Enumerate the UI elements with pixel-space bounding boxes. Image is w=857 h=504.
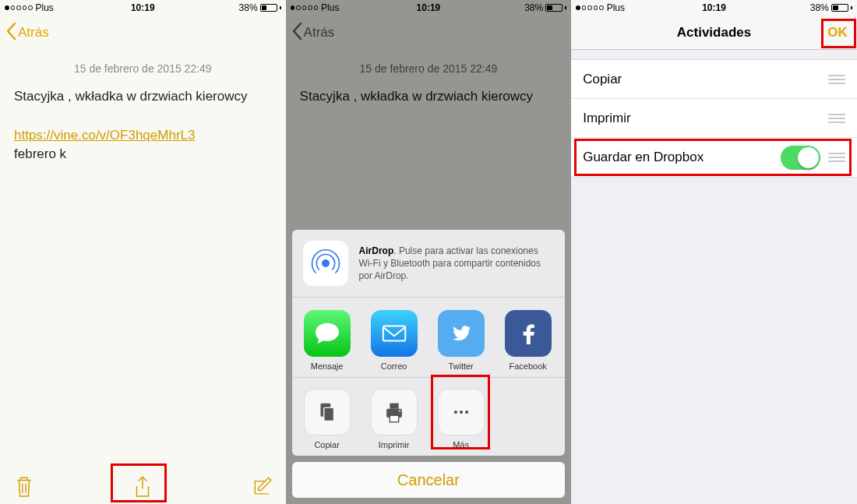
battery-pct: 38% — [239, 2, 258, 13]
toolbar — [0, 470, 286, 504]
note-date: 15 de febrero de 2015 22:49 — [14, 61, 272, 76]
app-mail[interactable]: Correo — [365, 310, 423, 371]
app-label: Facebook — [509, 361, 546, 371]
screen-share-sheet: Plus 10:19 38% Atrás 15 de febrero de 20… — [286, 0, 572, 504]
battery-icon — [260, 4, 277, 12]
page-title: Actividades — [571, 25, 857, 41]
signal-strength-icon — [576, 5, 604, 10]
reorder-handle-icon[interactable] — [828, 75, 845, 84]
carrier-label: Plus — [607, 2, 625, 13]
note-body[interactable]: 15 de febrero de 2015 22:49 Stacyjka , w… — [0, 50, 286, 470]
svg-point-7 — [399, 411, 400, 412]
nav-bar: Actividades OK — [571, 16, 857, 50]
note-text-1: Stacyjka , wkładka w drzwiach kierowcy — [14, 87, 272, 107]
status-bar: Plus 10:19 38% — [0, 0, 286, 16]
airdrop-text: AirDrop. Pulse para activar las conexion… — [359, 245, 555, 283]
action-label: Copiar — [314, 440, 339, 449]
note-link[interactable]: https://vine.co/v/OF3hqeMhrL3 — [14, 128, 195, 143]
activity-label: Copiar — [583, 72, 820, 87]
airdrop-row[interactable]: AirDrop. Pulse para activar las conexion… — [292, 230, 566, 297]
svg-point-8 — [453, 411, 457, 414]
more-icon — [438, 389, 485, 435]
svg-point-9 — [459, 411, 462, 414]
screen-note: Plus 10:19 38% Atrás 15 de febrero de 20… — [0, 0, 286, 504]
battery-icon — [831, 4, 848, 12]
activity-copy[interactable]: Copiar — [571, 60, 857, 99]
app-messages[interactable]: Mensaje — [298, 310, 356, 371]
copy-icon — [304, 389, 351, 435]
note-text-2: febrero k — [14, 145, 272, 164]
battery-pct: 38% — [810, 2, 829, 13]
app-label: Twitter — [448, 361, 473, 371]
mail-icon — [371, 310, 418, 357]
action-label: Más — [453, 440, 469, 449]
status-bar: Plus 10:19 38% — [571, 0, 857, 16]
compose-icon[interactable] — [252, 477, 272, 497]
action-label: Imprimir — [379, 440, 410, 449]
screen-activities: Plus 10:19 38% Actividades OK Copiar Imp… — [571, 0, 857, 504]
signal-strength-icon — [5, 5, 33, 10]
app-facebook[interactable]: Facebook — [499, 310, 557, 371]
app-label: Mensaje — [311, 361, 344, 371]
cancel-button[interactable]: Cancelar — [292, 462, 566, 498]
app-label: Correo — [381, 361, 407, 371]
share-actions-row: Copiar Imprimir Más — [292, 378, 566, 456]
activity-dropbox[interactable]: Guardar en Dropbox — [571, 138, 857, 177]
action-copy[interactable]: Copiar — [298, 389, 356, 449]
activity-print[interactable]: Imprimir — [571, 99, 857, 138]
activity-label: Guardar en Dropbox — [583, 150, 773, 165]
ok-button[interactable]: OK — [827, 25, 848, 41]
share-icon[interactable] — [132, 477, 153, 497]
svg-rect-1 — [383, 326, 405, 341]
share-apps-row: Mensaje Correo Twitter — [292, 298, 566, 377]
svg-point-0 — [322, 260, 328, 266]
reorder-handle-icon[interactable] — [828, 114, 845, 123]
app-twitter[interactable]: Twitter — [432, 310, 490, 371]
trash-icon[interactable] — [14, 477, 34, 497]
back-button[interactable]: Atrás — [6, 23, 49, 44]
activities-list: Copiar Imprimir Guardar en Dropbox — [571, 59, 857, 178]
nav-bar: Atrás — [0, 16, 286, 50]
action-print[interactable]: Imprimir — [365, 389, 423, 449]
back-label: Atrás — [18, 25, 49, 41]
svg-rect-6 — [390, 415, 398, 422]
twitter-icon — [438, 310, 485, 357]
messages-icon — [304, 310, 351, 357]
carrier-label: Plus — [36, 2, 54, 13]
toggle-switch[interactable] — [781, 146, 820, 170]
airdrop-icon — [303, 241, 348, 286]
svg-rect-5 — [390, 404, 398, 409]
facebook-icon — [505, 310, 552, 357]
svg-rect-3 — [323, 407, 333, 421]
svg-point-10 — [465, 411, 468, 414]
chevron-left-icon — [6, 23, 16, 44]
action-more[interactable]: Más — [432, 389, 490, 449]
activity-label: Imprimir — [583, 111, 820, 126]
share-sheet: AirDrop. Pulse para activar las conexion… — [286, 224, 572, 504]
reorder-handle-icon[interactable] — [828, 153, 845, 162]
print-icon — [371, 389, 418, 435]
